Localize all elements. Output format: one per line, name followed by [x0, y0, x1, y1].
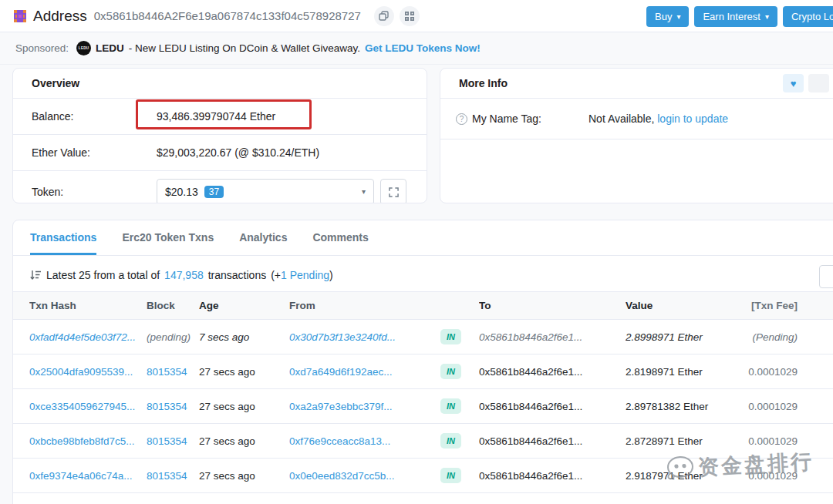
overview-card: Overview Balance: 93,486.399790744 Ether… [12, 68, 427, 203]
transactions-summary: Latest 25 from a total of 147,958 transa… [13, 256, 833, 291]
buy-button[interactable]: Buy ▾ [646, 6, 689, 27]
block-link[interactable]: 8015354 [147, 366, 187, 378]
buy-button-label: Buy [655, 11, 672, 22]
direction-in-badge: IN [440, 433, 461, 449]
transactions-table-body: 0xfadf4d4ef5de03f72... (pending) 7 secs … [13, 320, 833, 493]
token-count-badge: 37 [204, 186, 224, 198]
value-text: 2.89781382 Ether [626, 401, 745, 412]
earn-interest-button[interactable]: Earn Interest ▾ [694, 6, 777, 27]
overview-card-header: Overview [13, 69, 427, 99]
to-address-text: 0x5861b8446a2f6e1... [479, 401, 626, 412]
txn-hash-link[interactable]: 0x25004dfa9095539... [29, 366, 133, 378]
from-address-link[interactable]: 0xd7a649d6f192aec... [289, 366, 393, 378]
table-utility-button[interactable] [819, 265, 833, 288]
more-options-button[interactable] [808, 74, 829, 92]
age-text: 27 secs ago [199, 401, 289, 412]
more-info-card-header: More Info ♥ [440, 69, 833, 99]
to-address-text: 0x5861b8446a2f6e1... [479, 331, 626, 343]
copy-address-button[interactable] [374, 6, 394, 26]
ether-value: $29,003,220.67 (@ $310.24/ETH) [157, 146, 319, 159]
heart-icon: ♥ [791, 78, 797, 89]
address-value: 0x5861b8446A2F6e19a067874c133f04c5789287… [94, 9, 361, 22]
login-to-update-link[interactable]: login to update [657, 113, 728, 125]
balance-row: Balance: 93,486.399790744 Ether [13, 99, 427, 135]
more-info-title: More Info [459, 77, 508, 89]
from-address-link[interactable]: 0xa2a97e3ebbc379f... [289, 401, 393, 412]
header-action-buttons: Buy ▾ Earn Interest ▾ Crypto Loan [646, 6, 833, 27]
block-link[interactable]: 8015354 [147, 435, 187, 447]
txn-hash-link[interactable]: 0xbcbe98bfeb8fd7c5... [29, 435, 135, 447]
pending-open: (+ [271, 269, 281, 281]
txn-hash-link[interactable]: 0xfe9374e4a06c74a... [29, 470, 133, 482]
txn-fee-text: (Pending) [745, 331, 798, 343]
pending-wrap: (+1 Pending) [271, 269, 333, 281]
table-header-row: Txn Hash Block Age From To Value [Txn Fe… [13, 291, 833, 320]
qr-code-button[interactable] [400, 6, 420, 26]
tab-comments[interactable]: Comments [312, 220, 368, 255]
copy-icon [379, 11, 389, 21]
qr-grid-icon [405, 12, 414, 21]
value-text: 2.8998971 Ether [626, 331, 745, 343]
sponsored-message: - New LEDU Listing On DCoin & Wallet Giv… [129, 42, 360, 54]
name-tag-value: Not Available, login to update [588, 113, 728, 125]
name-tag-row: ? My Name Tag: Not Available, login to u… [440, 99, 833, 139]
direction-in-badge: IN [440, 329, 461, 344]
column-block: Block [147, 300, 199, 311]
txn-hash-link[interactable]: 0xfadf4d4ef5de03f72... [29, 331, 136, 343]
value-text: 2.8198971 Ether [626, 366, 745, 378]
page-title: Address [33, 8, 87, 25]
pending-link[interactable]: 1 Pending [281, 269, 329, 281]
sponsored-label: Sponsored: [15, 42, 69, 54]
age-text: 27 secs ago [199, 435, 289, 447]
txn-fee-text: 0.0001029 [745, 401, 798, 412]
token-expand-button[interactable] [380, 179, 406, 203]
block-link[interactable]: (pending) [147, 331, 191, 343]
token-dropdown[interactable]: $20.13 37 ▾ [157, 179, 374, 203]
sponsored-link[interactable]: Get LEDU Tokens Now! [365, 42, 481, 54]
sponsored-token-name: LEDU [96, 42, 124, 54]
column-to: To [479, 300, 626, 311]
total-transactions-link[interactable]: 147,958 [164, 269, 204, 281]
txn-fee-text: 0.0001029 [745, 435, 798, 447]
age-text: 27 secs ago [199, 366, 289, 378]
to-address-text: 0x5861b8446a2f6e1... [479, 366, 626, 378]
from-address-link[interactable]: 0x30d7b3f13e3240fd... [289, 331, 396, 343]
table-row: 0xfe9374e4a06c74a... 8015354 27 secs ago… [13, 459, 833, 493]
block-link[interactable]: 8015354 [147, 470, 187, 482]
txn-fee-text: 0.0001029 [745, 366, 798, 378]
token-label: Token: [32, 186, 157, 198]
sponsored-bar: Sponsored: LEDU LEDU - New LEDU Listing … [0, 32, 833, 65]
from-address-link[interactable]: 0xf76e9cceacc8a13... [289, 435, 390, 447]
column-txn-hash: Txn Hash [29, 300, 147, 311]
block-link[interactable]: 8015354 [147, 401, 187, 412]
page-header: Address 0x5861b8446A2F6e19a067874c133f04… [0, 0, 833, 32]
overview-title: Overview [32, 77, 79, 89]
column-txn-fee: [Txn Fee] [745, 300, 798, 311]
question-circle-icon: ? [456, 113, 467, 125]
pending-close: ) [329, 269, 333, 281]
token-row: Token: $20.13 37 ▾ [13, 171, 427, 203]
name-tag-label: My Name Tag: [472, 113, 541, 125]
transactions-card: Transactions Erc20 Token Txns Analytics … [12, 220, 833, 504]
tab-erc20-token-txns[interactable]: Erc20 Token Txns [122, 220, 214, 255]
balance-value: 93,486.399790744 Ether [157, 110, 275, 123]
tab-bar: Transactions Erc20 Token Txns Analytics … [13, 220, 833, 256]
direction-in-badge: IN [440, 468, 461, 483]
column-value: Value [626, 300, 745, 311]
tab-transactions[interactable]: Transactions [30, 220, 96, 255]
txn-fee-text: 0.0001029 [745, 470, 798, 482]
ether-value-row: Ether Value: $29,003,220.67 (@ $310.24/E… [13, 135, 427, 171]
age-text: 7 secs ago [199, 331, 289, 343]
from-address-link[interactable]: 0x0e0eed832d7cc5b... [289, 470, 395, 482]
table-row: 0xce3354059627945... 8015354 27 secs ago… [13, 389, 833, 424]
to-address-text: 0x5861b8446a2f6e1... [479, 470, 626, 482]
summary-prefix: Latest 25 from a total of [46, 269, 160, 281]
tab-analytics[interactable]: Analytics [239, 220, 287, 255]
favorite-button[interactable]: ♥ [783, 74, 804, 92]
table-row: 0xfadf4d4ef5de03f72... (pending) 7 secs … [13, 320, 833, 354]
expand-icon [389, 187, 399, 197]
earn-interest-button-label: Earn Interest [703, 11, 760, 22]
caret-down-icon: ▾ [362, 188, 366, 196]
crypto-loan-button[interactable]: Crypto Loan [783, 6, 833, 27]
txn-hash-link[interactable]: 0xce3354059627945... [29, 401, 135, 412]
